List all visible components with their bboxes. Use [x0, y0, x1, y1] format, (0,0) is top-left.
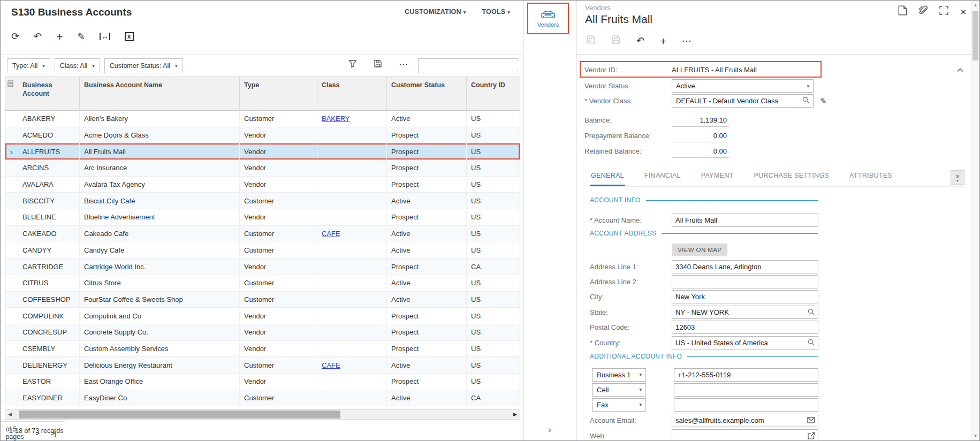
class-link[interactable]: CAFE	[322, 361, 340, 369]
vendor-status-select[interactable]: Active▾	[672, 79, 814, 93]
table-row[interactable]: CAKEADO Cakeado Cafe Customer CAFE Activ…	[5, 226, 520, 242]
undo-icon[interactable]: ↶	[34, 32, 42, 41]
table-row[interactable]: CANDYY Candyy Cafe Customer Active US	[5, 242, 520, 259]
country-lookup[interactable]: US - United States of America	[672, 336, 818, 349]
export-excel-icon[interactable]: x	[125, 32, 134, 41]
table-row[interactable]: CONCRESUP Concrete Supply Co. Vendor Pro…	[5, 324, 520, 341]
state-lookup[interactable]: NY - NEW YORK	[672, 306, 818, 319]
filter-settings-icon[interactable]	[348, 59, 357, 70]
address2-field[interactable]	[672, 275, 818, 288]
vendor-class-lookup[interactable]: DEFAULT - Default Vendor Class	[672, 94, 814, 108]
search-input[interactable]	[419, 62, 519, 70]
fit-width-icon[interactable]: ↔	[100, 33, 110, 40]
filter-customer-status[interactable]: Customer Status: All▾	[104, 58, 183, 73]
phone3-type-select[interactable]: Fax▾	[592, 398, 646, 412]
vertical-scrollbar[interactable]: ▲ ▼	[971, 1, 979, 440]
table-row[interactable]: CITRUS Citrus Store Customer Active US	[5, 275, 520, 292]
table-row[interactable]: EASYDINER EasyDiner Co. Customer Active …	[5, 390, 520, 407]
scroll-left-icon[interactable]: ◀	[8, 412, 12, 417]
tab-purchase-settings[interactable]: PURCHASE SETTINGS	[753, 168, 831, 186]
scroll-down-icon[interactable]: ▼	[971, 434, 979, 438]
filter-class[interactable]: Class: All▾	[55, 58, 100, 73]
customization-menu[interactable]: CUSTOMIZATION▾	[405, 8, 466, 16]
column-header[interactable]: Country ID	[467, 77, 520, 110]
vendor-more-icon[interactable]: ⋯	[682, 35, 692, 47]
add-record-icon[interactable]: +	[56, 31, 63, 42]
table-row[interactable]: BISCCITY Biscuit City Café Customer Acti…	[5, 193, 520, 209]
vscroll-thumb[interactable]	[973, 11, 978, 60]
attachments-icon[interactable]	[919, 5, 928, 18]
save-filter-icon[interactable]	[374, 59, 382, 70]
account-name-field[interactable]: All Fruits Mall	[672, 214, 818, 227]
column-header[interactable]: Type	[240, 77, 317, 110]
table-row[interactable]: › ALLFRUITS All Fruits Mall Vendor Prosp…	[5, 143, 520, 160]
hscroll-thumb[interactable]	[19, 410, 340, 419]
filter-type[interactable]: Type: All▾	[7, 58, 50, 73]
table-row[interactable]: DELIENERGY Delicious Energy Restaurant C…	[5, 357, 520, 374]
postal-code-field[interactable]: 12603	[672, 321, 818, 334]
column-header[interactable]: Customer Status	[387, 77, 467, 110]
fullscreen-icon[interactable]	[939, 6, 948, 17]
next-page-button[interactable]: >	[35, 429, 39, 437]
column-header[interactable]: Business Account	[18, 77, 80, 110]
pages-label: of 5 pages	[5, 425, 24, 440]
cell-customer-status: Prospect	[387, 160, 467, 176]
phone2-field[interactable]	[674, 383, 818, 397]
tab-financial[interactable]: FINANCIAL	[643, 168, 682, 186]
breadcrumb: Vendors	[585, 4, 611, 12]
view-on-map-button[interactable]: VIEW ON MAP	[672, 244, 727, 256]
grid-more-icon[interactable]: ⋯	[399, 63, 408, 67]
table-row[interactable]: COFFEESHOP FourStar Coffee & Sweets Shop…	[5, 292, 520, 308]
tab-vendors[interactable]: Vendors	[527, 3, 569, 34]
last-page-button[interactable]: >|	[51, 429, 56, 437]
phone1-field[interactable]: +1-212-555-0119	[674, 368, 818, 382]
city-field[interactable]: New York	[672, 290, 818, 303]
more-tabs-button[interactable]: »▾	[951, 170, 964, 185]
edit-record-icon[interactable]: ✎	[77, 32, 85, 41]
class-link[interactable]: CAFE	[322, 230, 340, 238]
table-row[interactable]: AVALARA Avalara Tax Agency Vendor Prospe…	[5, 177, 520, 193]
table-row[interactable]: CSEMBLY Custom Assembly Services Vendor …	[5, 341, 520, 358]
phone2-type-select[interactable]: Cell▾	[592, 383, 646, 397]
tab-payment[interactable]: PAYMENT	[700, 168, 735, 186]
magnifier-icon[interactable]	[808, 308, 815, 316]
column-header[interactable]: Business Account Name	[80, 77, 240, 110]
cell-class	[317, 275, 387, 291]
phone1-type-select[interactable]: Business 1▾	[592, 368, 646, 382]
tools-menu[interactable]: TOOLS▾	[482, 8, 510, 16]
column-header[interactable]: Class	[317, 77, 387, 110]
table-row[interactable]: CARTRIDGE Cartridge World Inc. Vendor Pr…	[5, 258, 520, 275]
external-link-icon[interactable]	[808, 432, 815, 439]
tab-general[interactable]: GENERAL	[590, 168, 625, 186]
tab-attributes[interactable]: ATTRIBUTES	[848, 168, 893, 186]
balance-value: 1,139.10	[672, 114, 729, 127]
table-row[interactable]: ACMEDO Acme Doors & Glass Vendor Prospec…	[5, 127, 520, 144]
add-vendor-icon[interactable]: +	[660, 35, 666, 47]
close-icon[interactable]: ×	[960, 8, 967, 16]
web-field[interactable]	[672, 429, 818, 441]
collapse-summary-icon[interactable]	[957, 65, 963, 74]
save-and-close-icon[interactable]	[586, 35, 596, 47]
scroll-right-icon[interactable]: ▶	[513, 412, 517, 417]
table-row[interactable]: ABAKERY Allen's Bakery Customer BAKERY A…	[5, 111, 520, 127]
table-row[interactable]: COMPULINK Compulink and Co Vendor Prospe…	[5, 308, 520, 324]
save-icon[interactable]	[611, 35, 621, 47]
magnifier-icon[interactable]	[802, 96, 810, 105]
table-row[interactable]: ARCINS Arc Insurance Vendor Prospect US	[5, 160, 520, 177]
scroll-up-icon[interactable]: ▲	[971, 3, 979, 7]
table-row[interactable]: BLUELINE Blueline Advertisement Vendor P…	[5, 209, 520, 226]
address1-field[interactable]: 3340 Deans Lane, Arlington	[672, 260, 818, 273]
edit-vendor-class-icon[interactable]: ✎	[820, 96, 827, 106]
class-link[interactable]: BAKERY	[322, 115, 350, 123]
magnifier-icon[interactable]	[808, 339, 815, 346]
refresh-icon[interactable]: ⟳	[11, 32, 19, 41]
phone3-field[interactable]	[674, 398, 818, 412]
horizontal-scrollbar[interactable]: ◀ ▶	[5, 409, 520, 420]
expand-side-panel-icon[interactable]: ›	[523, 424, 576, 435]
envelope-icon[interactable]	[807, 417, 815, 423]
cancel-undo-icon[interactable]: ↶	[636, 36, 644, 45]
notes-icon[interactable]	[898, 5, 907, 18]
table-row[interactable]: EASTOR East Orange Office Vendor Prospec…	[5, 374, 520, 390]
account-email-field[interactable]: sales@allfruits.example.com	[672, 414, 818, 427]
cell-country-id: CA	[467, 258, 520, 275]
